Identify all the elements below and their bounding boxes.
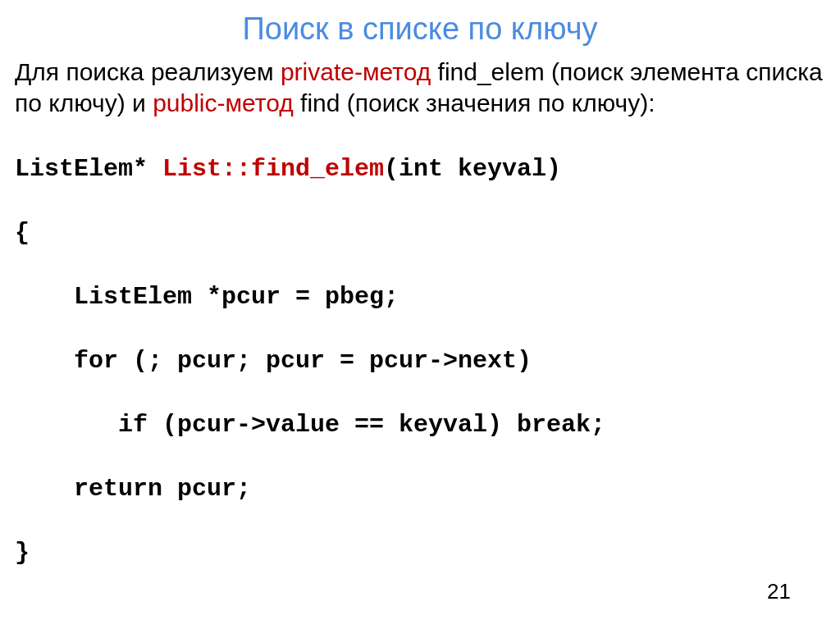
intro-keyword-public: public-метод — [153, 89, 294, 116]
intro-paragraph: Для поиска реализуем private-метод find_… — [15, 57, 825, 118]
intro-part3: find (поиск значения по ключу): — [294, 89, 655, 116]
page-number: 21 — [767, 579, 791, 604]
code-text: ListElem* — [15, 155, 162, 183]
code-line: } — [15, 537, 825, 569]
code-line: ListElem *pcur = pbeg; — [15, 281, 825, 313]
code-function-name: List::find_elem — [162, 155, 384, 183]
code-block-find: int List::find(int keyval) { ListElem *p… — [15, 609, 825, 629]
page-title: Поиск в списке по ключу — [15, 11, 825, 47]
slide: Поиск в списке по ключу Для поиска реали… — [0, 0, 840, 629]
code-line: return pcur; — [15, 473, 825, 505]
code-line: for (; pcur; pcur = pcur->next) — [15, 345, 825, 377]
spacer — [15, 601, 825, 609]
code-line: ListElem* List::find_elem(int keyval) — [15, 153, 825, 185]
code-line: { — [15, 217, 825, 249]
code-block-find-elem: ListElem* List::find_elem(int keyval) { … — [15, 121, 825, 601]
intro-keyword-private: private-метод — [281, 58, 431, 85]
intro-part1: Для поиска реализуем — [15, 58, 281, 85]
code-line: if (pcur->value == keyval) break; — [15, 409, 825, 441]
code-text: (int keyval) — [384, 155, 561, 183]
